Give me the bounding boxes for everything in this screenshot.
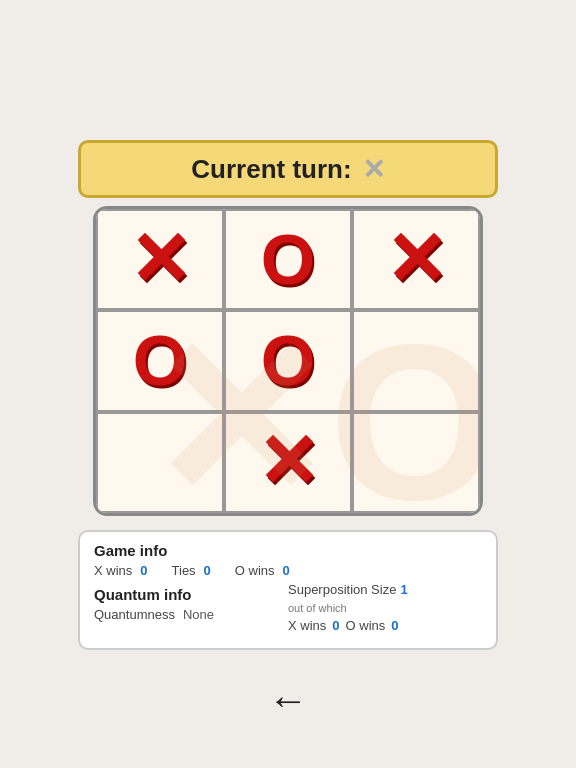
quantumness-label: Quantumness (94, 607, 175, 622)
piece-o: O (133, 326, 187, 396)
super-x-wins-value: 0 (332, 616, 339, 636)
piece-x: ✕ (385, 223, 447, 297)
ties-label: Ties (172, 563, 196, 578)
current-turn-banner: Current turn: ✕ (78, 140, 498, 198)
x-wins-label: X wins (94, 563, 132, 578)
info-panel: Game info X wins 0 Ties 0 O wins 0 Quant… (78, 530, 498, 650)
game-board[interactable]: ✕O ✕O✕OO✕ (93, 206, 483, 516)
piece-x: ✕ (129, 223, 191, 297)
board-cell-5[interactable] (352, 310, 480, 411)
piece-o: O (261, 225, 315, 295)
quantumness-row: Quantumness None (94, 607, 288, 622)
quantum-right: Superposition Size 1 out of which X wins… (288, 580, 482, 636)
back-button[interactable]: ← (268, 678, 308, 723)
out-of-which-label: out of which (288, 600, 347, 617)
superposition-wins-row: X wins 0 O wins 0 (288, 616, 399, 636)
piece-x: ✕ (257, 425, 319, 499)
x-wins-value: 0 (140, 563, 147, 578)
board-cell-7[interactable]: ✕ (224, 412, 352, 513)
current-turn-label: Current turn: (191, 154, 351, 185)
superposition-size-value: 1 (400, 580, 407, 600)
game-stats-row: X wins 0 Ties 0 O wins 0 (94, 563, 482, 578)
board-cell-6[interactable] (96, 412, 224, 513)
board-cell-8[interactable] (352, 412, 480, 513)
quantum-left: Quantum info Quantumness None (94, 580, 288, 636)
current-turn-symbol: ✕ (362, 153, 385, 186)
quantumness-value: None (183, 607, 214, 622)
board-cell-1[interactable]: O (224, 209, 352, 310)
superposition-size-label: Superposition Size (288, 580, 396, 600)
super-o-wins-value: 0 (391, 616, 398, 636)
quantum-info-title: Quantum info (94, 586, 288, 603)
board-cell-3[interactable]: O (96, 310, 224, 411)
o-wins-value: 0 (283, 563, 290, 578)
superposition-size-row: Superposition Size 1 (288, 580, 408, 600)
super-o-wins-label: O wins (346, 616, 386, 636)
board-cell-4[interactable]: O (224, 310, 352, 411)
board-cell-2[interactable]: ✕ (352, 209, 480, 310)
piece-o: O (261, 326, 315, 396)
super-x-wins-label: X wins (288, 616, 326, 636)
ties-value: 0 (204, 563, 211, 578)
board-cell-0[interactable]: ✕ (96, 209, 224, 310)
quantum-section: Quantum info Quantumness None Superposit… (94, 580, 482, 636)
o-wins-label: O wins (235, 563, 275, 578)
game-info-title: Game info (94, 542, 482, 559)
